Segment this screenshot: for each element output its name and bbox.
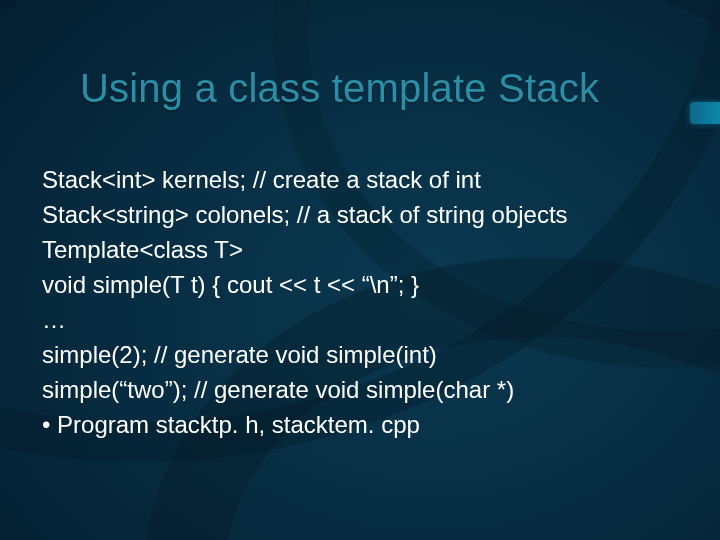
code-line: simple(“two”); // generate void simple(c…	[42, 372, 682, 407]
code-line: simple(2); // generate void simple(int)	[42, 337, 682, 372]
accent-tab	[690, 102, 720, 124]
slide-body: Stack<int> kernels; // create a stack of…	[42, 162, 682, 442]
slide: Using a class template Stack Stack<int> …	[0, 0, 720, 540]
slide-title: Using a class template Stack	[80, 66, 599, 110]
code-line: Stack<string> colonels; // a stack of st…	[42, 197, 682, 232]
code-line: Template<class T>	[42, 232, 682, 267]
code-line: …	[42, 302, 682, 337]
bullet-line: Program stacktp. h, stacktem. cpp	[42, 407, 682, 442]
code-line: void simple(T t) { cout << t << “\n”; }	[42, 267, 682, 302]
code-line: Stack<int> kernels; // create a stack of…	[42, 162, 682, 197]
